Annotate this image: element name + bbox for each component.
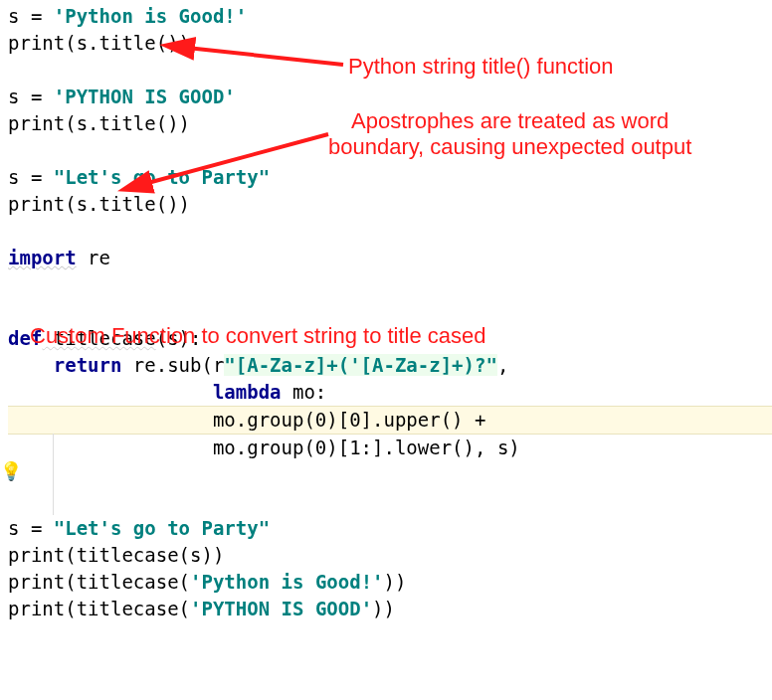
code-line: s = 'PYTHON IS GOOD' — [8, 86, 236, 107]
code-line: print(s.title()) — [8, 32, 190, 54]
code-line: s = "Let's go to Party" — [8, 166, 270, 188]
code-line: print(s.title()) — [8, 193, 190, 215]
annotation-custom-fn: Custom Function to convert string to tit… — [30, 323, 486, 349]
code-line: mo.group(0)[1:].lower(), s) — [8, 437, 520, 458]
code-line: print(titlecase('PYTHON IS GOOD')) — [8, 598, 395, 619]
indent-guide — [52, 434, 54, 515]
annotation-title-fn: Python string title() function — [348, 54, 614, 80]
code-line: mo.group(0)[0].upper() + — [8, 406, 772, 435]
code-line: return re.sub(r"[A-Za-z]+('[A-Za-z]+)?", — [8, 354, 508, 376]
code-line: lambda mo: — [8, 381, 326, 403]
code-line: print(titlecase(s)) — [8, 544, 224, 566]
lightbulb-icon[interactable]: 💡 — [0, 457, 24, 484]
code-block: s = 'Python is Good!' print(s.title()) s… — [8, 3, 772, 622]
code-line: s = "Let's go to Party" — [8, 517, 270, 539]
annotation-apostrophe: Apostrophes are treated as wordboundary,… — [328, 108, 691, 160]
code-line: s = 'Python is Good!' — [8, 5, 247, 27]
code-line: print(s.title()) — [8, 112, 190, 134]
code-line: import re — [8, 247, 110, 268]
code-line: print(titlecase('Python is Good!')) — [8, 571, 406, 593]
